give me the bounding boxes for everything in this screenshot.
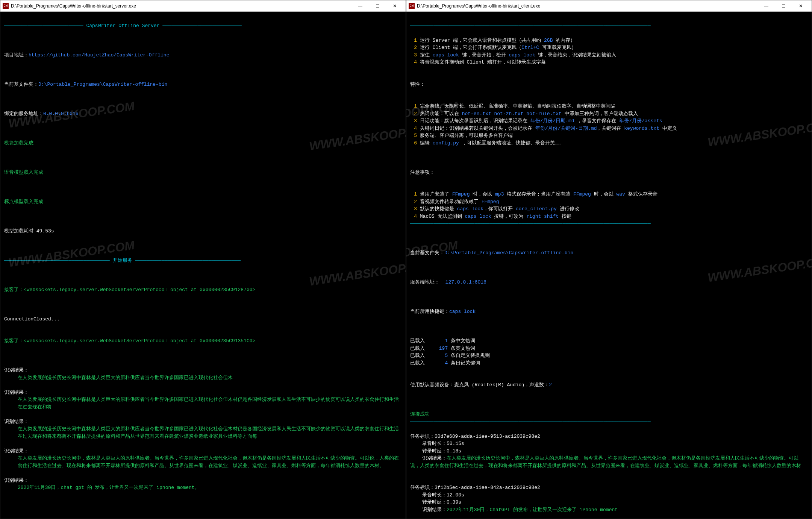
loaded-label: 已载入 — [410, 346, 425, 351]
server-terminal[interactable]: ─────────────────────────── CapsWriter O… — [0, 12, 406, 519]
accept-label: 接客了： — [4, 287, 24, 293]
list-num: 1 — [410, 37, 417, 44]
highlight: core_client.py — [516, 206, 557, 212]
highlight: FFmpeg — [573, 191, 591, 197]
result-text: 在人类发展的漫长历史长河中，森林是人类巨大的原料供应者。当今世界，许多国家已进入… — [410, 455, 801, 469]
minimize-button[interactable]: — — [351, 1, 369, 11]
close-button[interactable]: ✕ — [386, 1, 403, 11]
list-num: 1 — [410, 103, 417, 110]
result-text: 2022年11月30日，ChatGPT 的发布，让世界又一次迎来了 iPhone… — [447, 507, 618, 513]
task-id-label: 任务标识： — [410, 485, 435, 490]
usage-text: 将音视频文件拖动到 Client 端打开，可以转录生成字幕 — [420, 59, 546, 65]
loaded-label: 已载入 — [410, 338, 425, 344]
result-text: 2022年11月30日，chat gpt 的 发布，让世界又一次迎来了 ipho… — [4, 484, 402, 492]
base-folder-label: 当前基文件夹： — [4, 82, 38, 87]
base-folder-path: D:\Portable_Programes\CapsWriter-offline… — [38, 82, 167, 87]
loaded-label: 已载入 — [410, 360, 425, 366]
list-num: 1 — [410, 191, 417, 198]
highlight: caps lock — [509, 52, 535, 58]
voice-loaded-msg: 语音模型载入完成 — [4, 170, 43, 175]
result-text: 在人类发展的漫长历史长河中，森林是人类巨大的原料供应者。当今世界，许多国家已进入… — [4, 455, 402, 469]
trans-time: 0.39s — [447, 499, 461, 505]
note-text: MacOS 无法监测到 — [420, 214, 465, 219]
rec-time-label: 录音时长： — [422, 492, 447, 498]
highlight: caps lock — [465, 214, 491, 219]
bind-addr-label: 绑定的服务地址： — [4, 111, 43, 117]
server-titlebar[interactable]: CW D:\Portable_Programes\CapsWriter-offl… — [0, 0, 406, 12]
client-terminal[interactable]: ────────────────────────────────────────… — [406, 12, 812, 519]
note-text: 音视频文件转录功能依赖于 — [420, 199, 482, 205]
highlight: FFmpeg — [482, 199, 499, 205]
watermark: WWW.ABSKOOP.COM — [7, 236, 136, 272]
result-label: 识别结果： — [422, 455, 447, 461]
loaded-count: 4 — [436, 360, 448, 367]
watermark: WWW.ABSKOOP.COM — [706, 116, 812, 152]
feature-text: 编辑 — [420, 140, 433, 146]
loaded-text: 条自定义替换规则 — [451, 353, 490, 358]
close-button[interactable]: ✕ — [792, 1, 809, 11]
result-text: 在人类发展的漫长历史长河中森林是人类巨大的原料供应者当今世界许多国家已进入现代化… — [4, 425, 402, 440]
window-controls: — ☐ ✕ — [757, 1, 809, 11]
highlight: 年份/月份/关键词-日期.md — [535, 126, 597, 131]
server-window: CW D:\Portable_Programes\CapsWriter-offl… — [0, 0, 406, 519]
accept-object: <websockets.legacy.server.WebSocketServe… — [24, 287, 255, 293]
result-label: 识别结果： — [4, 478, 29, 483]
result-text: 在人类发展的漫长历史长河中森林是人类巨大的原料供应者当今世界许多国家已进入现代化… — [4, 396, 402, 411]
feature-text: 完全离线、无限时长、低延迟、高准确率、中英混输、自动阿拉伯数字、自动调整中英间隔 — [420, 103, 615, 109]
server-addr: 127.0.0.1:6016 — [445, 279, 486, 285]
usage-text: 按住 — [420, 52, 433, 58]
server-addr-label: 服务端地址： — [410, 279, 445, 285]
watermark: WWW.ABSKOOP.COM — [308, 120, 406, 155]
connection-closed: ConnectionClosed... — [4, 316, 60, 322]
loaded-text: 条中文热词 — [451, 338, 475, 344]
list-num: 3 — [410, 205, 417, 213]
module-loaded-msg: 模块加载完成 — [4, 140, 33, 146]
trans-time-label: 转录时延： — [422, 499, 447, 505]
list-num: 4 — [410, 213, 417, 220]
feature-text: 服务端、客户端分离，可以服务多台客户端 — [420, 133, 513, 138]
divider: ────────────────────────────────────────… — [410, 418, 808, 426]
note-text: 默认的快捷键是 — [420, 206, 457, 212]
loaded-count: 5 — [436, 352, 448, 360]
result-label: 识别结果： — [4, 419, 29, 425]
load-time-label: 模型加载耗时 — [4, 228, 36, 234]
maximize-button[interactable]: ☐ — [369, 1, 386, 11]
audio-device-label: 使用默认音频设备：麦克风 (Realtek(R) Audio)，声道数： — [410, 382, 549, 388]
highlight: mp3 — [495, 191, 504, 197]
server-banner: ─────────────────────────── CapsWriter O… — [4, 22, 402, 30]
loaded-text: 条英文热词 — [451, 346, 475, 351]
client-titlebar[interactable]: CW D:\Portable_Programes\CapsWriter-offl… — [406, 0, 812, 12]
highlight: wav — [616, 191, 625, 197]
feature-text: 关键词日记：识别结果若以关键词开头，会被记录在 — [420, 126, 535, 131]
punct-loaded-msg: 标点模型载入完成 — [4, 199, 43, 205]
maximize-button[interactable]: ☐ — [775, 1, 792, 11]
project-label: 项目地址： — [4, 52, 29, 58]
highlight: caps lock — [457, 206, 483, 212]
divider: ────────────────────────────────────────… — [410, 220, 808, 228]
result-label: 识别结果： — [422, 507, 447, 513]
note-text: 当用户安装了 — [420, 191, 452, 197]
trans-time: 0.18s — [447, 448, 461, 454]
task-id: 00d7e689-adda-11ee-9513-ac12039c98e2 — [435, 434, 540, 439]
accept-object: <websockets.legacy.server.WebSocketServe… — [24, 338, 255, 344]
base-folder-label: 当前基文件夹： — [410, 250, 444, 256]
watermark: WWW.ABSKOOP.COM — [706, 251, 812, 287]
client-title: D:\Portable_Programes\CapsWriter-offline… — [417, 3, 757, 9]
highlight: 2GB — [544, 38, 553, 43]
highlight: Ctrl+C — [521, 45, 539, 50]
loaded-label: 已载入 — [410, 353, 425, 358]
notes-label: 注意事项： — [410, 170, 435, 175]
rec-time-label: 录音时长： — [422, 441, 447, 446]
list-num: 4 — [410, 125, 417, 132]
highlight: 年份/月份/assets — [619, 118, 662, 124]
list-num: 3 — [410, 117, 417, 125]
base-folder-path: D:\Portable_Programes\CapsWriter-offline… — [444, 250, 573, 256]
feature-text: 日记功能：默认每次录音识别后，识别结果记录在 — [420, 118, 530, 124]
list-num: 2 — [410, 44, 417, 52]
minimize-button[interactable]: — — [757, 1, 775, 11]
result-text: 在人类发展的漫长历史长河中森林是人类巨大的原料供应者当今世界许多国家已进入现代化… — [4, 374, 402, 382]
task-id-label: 任务标识： — [410, 434, 435, 439]
rec-time: 12.00s — [447, 492, 464, 498]
highlight: config.py — [433, 140, 459, 146]
hotkey-value: caps lock — [449, 309, 476, 314]
